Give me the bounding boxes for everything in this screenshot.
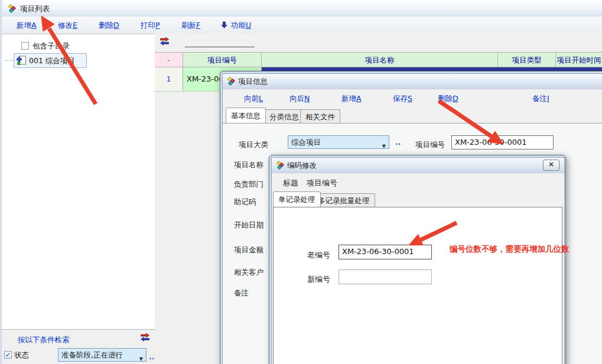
column-header-project-code[interactable]: 项目编号 <box>183 52 262 67</box>
row-number-cell[interactable]: 1 <box>155 67 183 92</box>
toolbar-button-add[interactable]: 新增A <box>17 21 37 31</box>
dialog-button-note[interactable]: 备注I <box>532 94 549 104</box>
dialog-button-next[interactable]: 向后N <box>289 94 310 104</box>
old-code-label: 老编号 <box>307 250 330 261</box>
toolbar-button-print[interactable]: 打印P <box>141 21 160 31</box>
project-node-icon <box>16 56 27 67</box>
close-icon[interactable]: × <box>543 160 559 171</box>
search-panel-title: 按以下条件检索 <box>18 335 70 345</box>
app-diamonds-icon <box>275 160 285 171</box>
category-field-label: 项目大类 <box>239 140 268 150</box>
new-code-input[interactable] <box>339 269 432 284</box>
tab-related-files[interactable]: 相关文件 <box>300 109 340 123</box>
dropdown-arrow-icon: ▼ <box>139 353 143 364</box>
code-edit-title-bar: 编码修改 × <box>272 158 564 173</box>
mnemonic-field-label: 助记码 <box>234 197 256 207</box>
dialog-title: 编码修改 <box>287 161 317 171</box>
status-dropdown-value: 准备阶段,正在进行 <box>61 350 123 359</box>
toolbar-button-function[interactable]: 功能U <box>231 21 251 31</box>
column-header-project-type[interactable]: 项目类型 <box>498 52 556 67</box>
quick-filter-underline[interactable] <box>185 47 255 47</box>
caption-label: 标题 <box>283 178 298 188</box>
status-checkbox[interactable]: ✓ <box>4 351 12 359</box>
project-tree-panel: 包含子目录 001 综合项目 <box>2 34 155 329</box>
code-field-label: 项目编号 <box>415 140 445 150</box>
caption-value: 项目编号 <box>307 178 337 188</box>
dialog-button-save[interactable]: 保存S <box>393 94 412 104</box>
app-diamonds-icon <box>226 76 236 87</box>
main-toolbar: 新增A 修改E 删除D 打印P 刷新F 功能U <box>2 17 602 34</box>
category-dropdown-value: 综合项目 <box>291 138 321 147</box>
app-diamonds-icon <box>7 4 17 15</box>
main-title-bar: 项目列表 <box>2 0 602 17</box>
dialog-button-add[interactable]: 新增A <box>341 94 362 104</box>
project-code-input[interactable]: XM-23-06-30-0001 <box>451 135 554 150</box>
status-label: 状态 <box>14 350 29 360</box>
dialog-title: 项目信息 <box>238 77 268 87</box>
search-condition-panel: 按以下条件检索 ✓ 状态 准备阶段,正在进行 ▼ .. <box>2 329 155 364</box>
dropdown-arrow-icon: ▼ <box>382 140 386 152</box>
name-field-label: 项目名称 <box>234 160 263 170</box>
category-more-button[interactable]: .. <box>395 138 401 147</box>
column-header-project-start-time[interactable]: 项目开始时间 <box>556 52 602 67</box>
old-code-input[interactable]: XM-23-06-30-0001 <box>339 245 432 259</box>
tree-item-label: 001 综合项目 <box>29 56 75 66</box>
toolbar-button-delete[interactable]: 删除D <box>99 21 119 31</box>
dialog-button-delete[interactable]: 删除D <box>438 94 458 104</box>
include-subdirs-checkbox[interactable] <box>21 42 29 50</box>
code-edit-dialog: 编码修改 × 标题 项目编号 单记录处理 多记录批量处理 老编号 XM-23-0… <box>269 155 566 364</box>
dialog-button-previous[interactable]: 向前L <box>244 94 263 104</box>
grid-toolbar-strip <box>155 34 602 52</box>
status-more-button[interactable]: .. <box>149 352 155 361</box>
customer-field-label: 相关客户 <box>234 268 263 278</box>
dept-field-label: 负责部门 <box>234 180 263 190</box>
status-dropdown[interactable]: 准备阶段,正在进行 ▼ <box>58 348 147 362</box>
amount-field-label: 项目金额 <box>234 245 263 255</box>
tab-batch-records[interactable]: 多记录批量处理 <box>313 193 375 207</box>
include-subdirs-label: 包含子目录 <box>32 41 70 51</box>
swap-arrows-icon[interactable] <box>160 37 170 47</box>
tab-category-info[interactable]: 分类信息 <box>264 109 304 123</box>
tab-basic-info[interactable]: 基本信息 <box>226 108 266 123</box>
single-record-tab-page <box>273 207 562 364</box>
tree-item-project[interactable]: 001 综合项目 <box>14 53 87 68</box>
start-date-field-label: 开始日期 <box>234 220 263 230</box>
down-arrow-icon <box>220 21 228 31</box>
swap-arrows-icon[interactable] <box>140 333 150 343</box>
window-title: 项目列表 <box>20 4 50 14</box>
project-info-title-bar: 项目信息 <box>223 74 602 89</box>
toolbar-button-refresh[interactable]: 刷新F <box>181 21 200 31</box>
new-code-label: 新编号 <box>307 274 330 285</box>
column-header-selector[interactable]: - <box>155 52 183 67</box>
note-field-label: 备注 <box>234 288 249 298</box>
column-header-project-name[interactable]: 项目名称 <box>262 52 498 67</box>
toolbar-button-edit[interactable]: 修改E <box>58 21 77 31</box>
category-dropdown[interactable]: 综合项目 ▼ <box>288 135 389 149</box>
tab-single-record[interactable]: 单记录处理 <box>273 191 321 207</box>
code-edit-dialog-body: 编码修改 × 标题 项目编号 单记录处理 多记录批量处理 老编号 XM-23-0… <box>271 157 565 364</box>
